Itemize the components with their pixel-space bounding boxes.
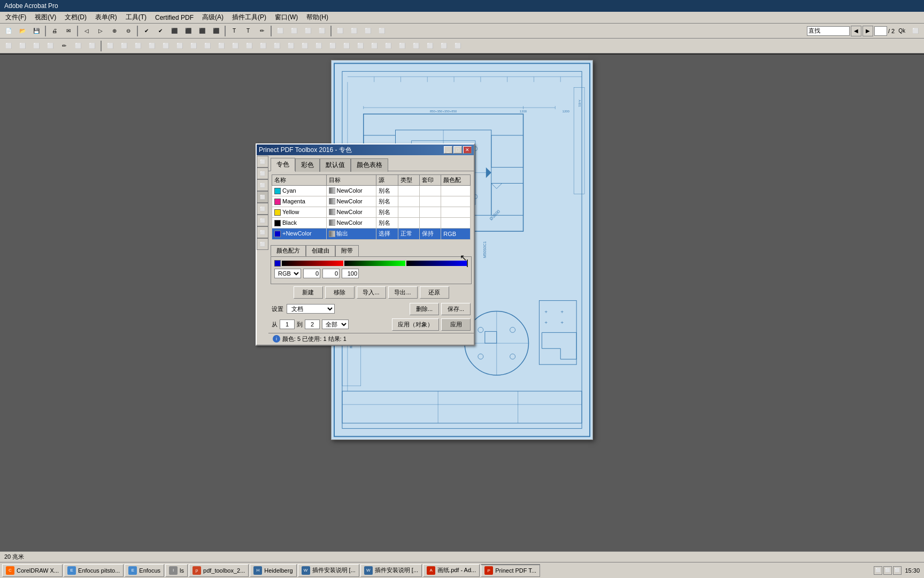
tray-icon-1[interactable]: ⬜ — [874, 566, 882, 575]
tb2-b16[interactable]: ⬜ — [215, 40, 228, 52]
dialog-minimize-btn[interactable]: _ — [444, 146, 452, 154]
save-settings-btn[interactable]: 保存... — [441, 303, 471, 315]
tb2-b21[interactable]: ⬜ — [284, 40, 297, 52]
import-btn[interactable]: 导入... — [357, 286, 386, 299]
tb2-b4[interactable]: ⬜ — [44, 40, 57, 52]
table-row[interactable]: Cyan NewColor 别名 — [272, 186, 471, 196]
tb-b17[interactable]: ⬜ — [315, 25, 328, 37]
tb-b16[interactable]: ⬜ — [302, 25, 314, 37]
blue-input[interactable]: 100 — [342, 269, 359, 278]
next-page-btn[interactable]: ▶ — [863, 26, 873, 36]
tb2-b19[interactable]: ⬜ — [257, 40, 270, 52]
task-pdftoolbox[interactable]: p pdf_toolbox_2... — [189, 564, 249, 577]
tb-new[interactable]: 📄 — [2, 25, 15, 37]
tb-print[interactable]: 🖨 — [48, 25, 61, 37]
tb-email[interactable]: ✉ — [62, 25, 75, 37]
left-tool-3[interactable]: ⬜ — [257, 179, 268, 191]
tb-b2[interactable]: ▷ — [94, 25, 107, 37]
menu-tools[interactable]: 工具(T) — [122, 12, 150, 23]
tb-b14[interactable]: ⬜ — [274, 25, 287, 37]
apply-btn[interactable]: 应用 — [441, 318, 471, 331]
tb2-b28[interactable]: ⬜ — [382, 40, 395, 52]
tab-special-color[interactable]: 专色 — [271, 158, 295, 171]
tb2-b5[interactable]: ✏ — [58, 40, 71, 52]
tb-b11[interactable]: T — [228, 25, 241, 37]
menu-file[interactable]: 文件(F) — [2, 12, 29, 23]
menu-plugin[interactable]: 插件工具(P) — [229, 12, 270, 23]
tab-attached[interactable]: 附带 — [335, 245, 359, 256]
range-select[interactable]: 全部 当前页 — [322, 320, 349, 329]
tb-b20[interactable]: ⬜ — [361, 25, 374, 37]
tb-b13[interactable]: ✏ — [256, 25, 268, 37]
tb-b9[interactable]: ⬛ — [196, 25, 209, 37]
tb2-b10[interactable]: ⬜ — [132, 40, 144, 52]
tb2-b33[interactable]: ⬜ — [451, 40, 464, 52]
tb-b15[interactable]: ⬜ — [288, 25, 301, 37]
left-tool-5[interactable]: ⬜ — [257, 203, 268, 215]
tb-b21[interactable]: ⬜ — [375, 25, 388, 37]
tb-b12[interactable]: T — [242, 25, 255, 37]
menu-help[interactable]: 帮助(H) — [303, 12, 332, 23]
task-heidelberg[interactable]: H Heidelberg — [250, 564, 296, 577]
menu-advanced[interactable]: 高级(A) — [199, 12, 227, 23]
task-prinect[interactable]: P Prinect PDF T... — [481, 564, 540, 577]
menu-certified[interactable]: Certified PDF — [152, 13, 197, 22]
table-row[interactable]: Black NewColor 别名 — [272, 218, 471, 229]
tb2-b8[interactable]: ⬜ — [104, 40, 117, 52]
tb2-b11[interactable]: ⬜ — [145, 40, 158, 52]
tab-defaults[interactable]: 默认值 — [320, 158, 351, 172]
task-enfocus-pitsto[interactable]: E Enfocus pitsto... — [64, 564, 124, 577]
tb2-b24[interactable]: ⬜ — [326, 40, 339, 52]
tb-end[interactable]: ⬜ — [909, 25, 922, 37]
tb2-b13[interactable]: ⬜ — [173, 40, 186, 52]
left-tool-6[interactable]: ⬜ — [257, 215, 268, 226]
tb2-b2[interactable]: ⬜ — [16, 40, 29, 52]
delete-settings-btn[interactable]: 删除... — [410, 303, 439, 315]
green-input[interactable]: 0 — [322, 269, 340, 278]
task-coreldraw[interactable]: C CorelDRAW X... — [2, 564, 63, 577]
task-enfocus[interactable]: E Enfocus — [125, 564, 164, 577]
tb2-b9[interactable]: ⬜ — [118, 40, 130, 52]
delete-btn[interactable]: 移除 — [325, 286, 355, 299]
tb2-b14[interactable]: ⬜ — [187, 40, 200, 52]
tb2-b7[interactable]: ⬜ — [86, 40, 98, 52]
tb-qk[interactable]: Qk — [896, 25, 908, 37]
tb-b3[interactable]: ⊕ — [108, 25, 121, 37]
tb-b19[interactable]: ⬜ — [348, 25, 360, 37]
tb2-b15[interactable]: ⬜ — [201, 40, 214, 52]
tb2-b18[interactable]: ⬜ — [243, 40, 256, 52]
tb2-b25[interactable]: ⬜ — [340, 40, 353, 52]
tb-b5[interactable]: ✔ — [140, 25, 153, 37]
tb-save[interactable]: 💾 — [30, 25, 43, 37]
tb2-b17[interactable]: ⬜ — [229, 40, 242, 52]
tb2-b32[interactable]: ⬜ — [437, 40, 450, 52]
from-input[interactable]: 1 — [280, 320, 295, 329]
tb-b18[interactable]: ⬜ — [334, 25, 346, 37]
tb-b8[interactable]: ⬛ — [182, 25, 195, 37]
to-input[interactable]: 2 — [305, 320, 320, 329]
tb2-b30[interactable]: ⬜ — [410, 40, 422, 52]
tb2-b26[interactable]: ⬜ — [354, 40, 367, 52]
task-ls[interactable]: l ls — [165, 564, 188, 577]
table-row[interactable]: Magenta NewColor 别名 — [272, 196, 471, 207]
dialog-maximize-btn[interactable]: □ — [453, 146, 462, 154]
tb2-b6[interactable]: ⬜ — [72, 40, 84, 52]
colormode-select[interactable]: RGB CMYK Lab — [274, 269, 301, 278]
left-tool-8[interactable]: ⬜ — [257, 238, 268, 250]
tray-icon-2[interactable]: ⬜ — [883, 566, 892, 575]
tb-open[interactable]: 📂 — [16, 25, 29, 37]
menu-doc[interactable]: 文档(D) — [61, 12, 90, 23]
task-plugin1[interactable]: W 插件安装说明 [... — [298, 564, 359, 577]
new-btn[interactable]: 新建 — [294, 286, 323, 299]
tb2-b12[interactable]: ⬜ — [159, 40, 172, 52]
tb2-b20[interactable]: ⬜ — [271, 40, 283, 52]
tb2-b23[interactable]: ⬜ — [312, 40, 325, 52]
menu-window[interactable]: 窗口(W) — [272, 12, 301, 23]
left-tool-2[interactable]: ⬜ — [257, 168, 268, 179]
tab-created-by[interactable]: 创建由 — [306, 245, 335, 256]
search-input[interactable] — [807, 26, 850, 36]
restore-btn[interactable]: 还原 — [420, 286, 449, 299]
tb-b6[interactable]: ✔ — [154, 25, 167, 37]
dialog-close-btn[interactable]: ✕ — [463, 146, 472, 154]
task-acrobat-pdf[interactable]: A 画纸.pdf - Ad... — [423, 564, 480, 577]
